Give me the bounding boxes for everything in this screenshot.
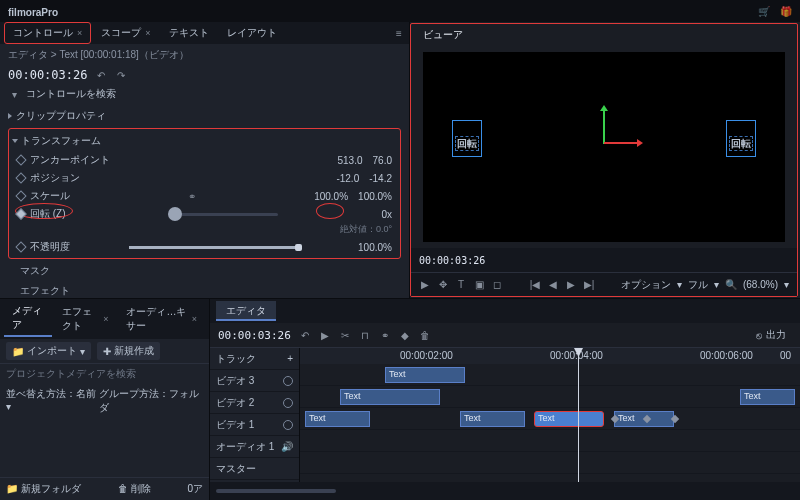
mask-tool-icon[interactable]: ◻ xyxy=(491,279,503,291)
link-icon[interactable]: ⚭ xyxy=(379,329,391,341)
panel-menu-icon[interactable]: ≡ xyxy=(393,27,405,39)
tab-effects[interactable]: エフェクト× xyxy=(54,301,117,337)
tab-editor[interactable]: エディタ xyxy=(216,301,276,321)
keyframe-icon[interactable] xyxy=(15,190,26,201)
transform-gizmo[interactable] xyxy=(604,143,605,144)
time-ruler[interactable]: 00:00:02:00 00:00:04:00 00:00:06:00 00 xyxy=(300,348,800,364)
gift-icon[interactable]: 🎁 xyxy=(780,5,792,17)
delete-button[interactable]: 🗑 削除 xyxy=(118,482,151,496)
viewer-controls: 00:00:03:26 xyxy=(411,248,797,272)
tab-controls[interactable]: コントロール× xyxy=(4,22,91,44)
export-button[interactable]: ⎋出力 xyxy=(750,326,792,344)
new-button[interactable]: ✚新規作成 xyxy=(97,342,160,360)
pointer-tool-icon[interactable]: ▶ xyxy=(319,329,331,341)
timeline-area[interactable]: 00:00:02:00 00:00:04:00 00:00:06:00 00 T… xyxy=(300,348,800,482)
track-row-v3[interactable]: Text xyxy=(300,364,800,386)
track-row-v1[interactable]: Text Text Text Text xyxy=(300,408,800,430)
hand-icon[interactable]: ✥ xyxy=(437,279,449,291)
group-method[interactable]: グループ方法：フォルダ xyxy=(99,387,203,415)
viewer-timecode[interactable]: 00:00:03:26 xyxy=(419,255,485,266)
clip[interactable]: Text xyxy=(340,389,440,405)
link-icon[interactable]: ⚭ xyxy=(188,191,196,202)
prop-anchor[interactable]: アンカーポイント 513.076.0 xyxy=(13,151,396,169)
prop-position[interactable]: ポジション -12.0-14.2 xyxy=(13,169,396,187)
track-master[interactable]: マスター xyxy=(210,458,299,480)
timeline-footer xyxy=(210,482,800,500)
clip[interactable]: Text xyxy=(740,389,795,405)
opacity-slider[interactable] xyxy=(129,246,299,249)
blade-tool-icon[interactable]: ✂ xyxy=(339,329,351,341)
x-axis-icon[interactable] xyxy=(604,142,638,144)
track-audio1[interactable]: オーディオ 1🔊 xyxy=(210,436,299,458)
app-logo: filmoraPro xyxy=(8,4,58,19)
prop-rotation[interactable]: 回転 (Z) 0x xyxy=(13,205,396,223)
tab-viewer[interactable]: ビューア xyxy=(417,26,791,44)
tab-media[interactable]: メディア xyxy=(4,301,52,337)
export-icon: ⎋ xyxy=(756,330,762,341)
transform-section: トランスフォーム アンカーポイント 513.076.0 ポジション -12.0-… xyxy=(8,128,401,259)
step-back-icon[interactable]: ◀ xyxy=(547,279,559,291)
zoom-icon[interactable]: 🔍 xyxy=(725,279,737,291)
track-video3[interactable]: ビデオ 3 xyxy=(210,370,299,392)
track-row-v2[interactable]: Text Text xyxy=(300,386,800,408)
track-row-a1[interactable] xyxy=(300,430,800,452)
track-video1[interactable]: ビデオ 1 xyxy=(210,414,299,436)
next-frame-icon[interactable]: ▶| xyxy=(583,279,595,291)
clip[interactable]: Text xyxy=(385,367,465,383)
left-tabs: コントロール× スコープ× テキスト レイアウト ≡ xyxy=(0,22,409,44)
tab-audio-mixer[interactable]: オーディ…キサー× xyxy=(118,301,205,337)
play-icon[interactable]: ▶ xyxy=(565,279,577,291)
clip[interactable]: Text xyxy=(460,411,525,427)
cart-icon[interactable]: 🛒 xyxy=(758,5,770,17)
eye-icon[interactable] xyxy=(283,398,293,408)
speaker-icon[interactable]: 🔊 xyxy=(281,441,293,452)
timeline-timecode[interactable]: 00:00:03:26 xyxy=(218,329,291,342)
options-button[interactable]: オプション xyxy=(621,278,671,292)
controls-search[interactable]: ▾ コントロールを検索 xyxy=(0,84,409,104)
panel-timecode[interactable]: 00:00:03:26 xyxy=(8,68,87,82)
y-axis-icon[interactable] xyxy=(603,110,605,144)
plus-icon[interactable]: + xyxy=(287,353,293,364)
clip[interactable]: Text xyxy=(305,411,370,427)
text-tool-icon[interactable]: T xyxy=(455,279,467,291)
prev-frame-icon[interactable]: |◀ xyxy=(529,279,541,291)
playhead[interactable] xyxy=(578,348,579,482)
tab-scope[interactable]: スコープ× xyxy=(93,23,158,43)
transform-header[interactable]: トランスフォーム xyxy=(13,131,396,151)
undo-icon[interactable]: ↶ xyxy=(299,329,311,341)
full-button[interactable]: フル xyxy=(688,278,708,292)
tab-layout[interactable]: レイアウト xyxy=(219,23,285,43)
eye-icon[interactable] xyxy=(283,376,293,386)
snap-icon[interactable]: ⊓ xyxy=(359,329,371,341)
clip-selected[interactable]: Text xyxy=(534,411,604,427)
delete-icon[interactable]: 🗑 xyxy=(419,329,431,341)
keyframe-icon[interactable] xyxy=(15,154,26,165)
keyframe-icon[interactable] xyxy=(15,241,26,252)
marker-icon[interactable]: ◆ xyxy=(399,329,411,341)
zoom-slider[interactable] xyxy=(216,489,336,493)
effect-header[interactable]: エフェクト xyxy=(8,281,401,301)
new-folder-button[interactable]: 📁 新規フォルダ xyxy=(6,482,81,496)
tab-text[interactable]: テキスト xyxy=(161,23,217,43)
eye-icon[interactable] xyxy=(283,420,293,430)
viewer-canvas[interactable]: 回転 回転 xyxy=(423,52,785,242)
sort-method[interactable]: 並べ替え方法：名前 ▾ xyxy=(6,387,99,415)
keyframe-icon[interactable] xyxy=(15,172,26,183)
media-search[interactable]: プロジェクトメディアを検索 xyxy=(0,364,209,384)
redo-icon[interactable]: ↷ xyxy=(115,69,127,81)
titlebar: filmoraPro 🛒 🎁 xyxy=(0,0,800,22)
undo-icon[interactable]: ↶ xyxy=(95,69,107,81)
mask-header[interactable]: マスク xyxy=(8,261,401,281)
clip-properties-header[interactable]: クリッププロパティ xyxy=(8,106,401,126)
text-element-left[interactable]: 回転 xyxy=(452,120,482,157)
rotation-slider[interactable] xyxy=(168,213,278,216)
import-button[interactable]: 📁インポート▾ xyxy=(6,342,91,360)
track-row-master[interactable] xyxy=(300,452,800,474)
text-element-right[interactable]: 回転 xyxy=(726,120,756,157)
prop-scale[interactable]: スケール ⚭ 100.0%100.0% xyxy=(13,187,396,205)
track-video2[interactable]: ビデオ 2 xyxy=(210,392,299,414)
zoom-value[interactable]: (68.0%) xyxy=(743,279,778,290)
pointer-icon[interactable]: ▶ xyxy=(419,279,431,291)
crop-icon[interactable]: ▣ xyxy=(473,279,485,291)
prop-opacity[interactable]: 不透明度 100.0% xyxy=(13,238,396,256)
